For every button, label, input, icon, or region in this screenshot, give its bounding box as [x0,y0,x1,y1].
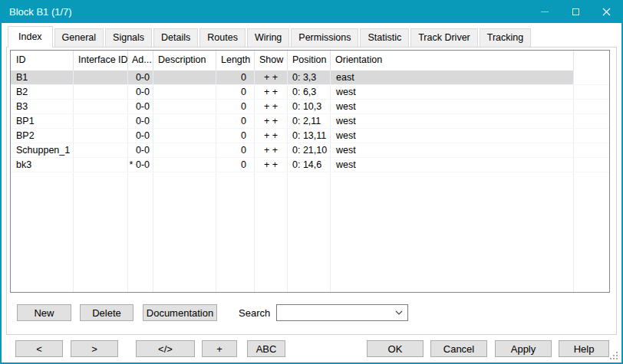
nav-button[interactable]: + [202,340,237,357]
tab[interactable]: Wiring [247,28,289,47]
title-bar[interactable]: Block B1 (1/7) [2,0,621,23]
tab[interactable]: Track Driver [410,28,478,47]
tab[interactable]: Details [153,28,198,47]
cell-description [153,100,216,113]
nav-button[interactable]: ABC [247,340,285,357]
nav-button[interactable]: </> [136,340,195,357]
cell-description [153,71,216,84]
cell-filler [574,143,609,157]
cell-position: 0: 3,3 [288,71,331,84]
table-row[interactable]: BP2 0-0 0 + + 0: 13,11 west [11,129,609,143]
cell-position: 0: 10,3 [288,100,331,113]
cell-id: BP2 [11,129,74,143]
cell-address: 0-0 [128,143,153,157]
table-row[interactable]: B1 0-0 0 + + 0: 3,3 east [11,71,609,85]
search-combobox [276,304,408,321]
cell-interface-id [74,100,128,113]
cell-show: + + [255,129,288,143]
cell-filler [574,85,609,99]
minimize-icon [541,11,549,12]
cell-show: + + [255,85,288,99]
search-input[interactable] [277,306,391,320]
cell-id: B1 [11,71,74,84]
column-header[interactable]: Description [153,51,216,71]
column-header[interactable]: ID [11,51,74,71]
nav-button[interactable]: < [15,340,63,357]
cell-address: 0-0 [128,129,153,143]
column-header[interactable]: Position [288,51,331,71]
cell-length: 0 [216,143,255,157]
cell-address: 0-0 [128,114,153,128]
cell-id: B2 [11,85,74,99]
cell-filler [574,100,609,113]
cell-filler [574,114,609,128]
maximize-icon [572,8,579,15]
tab[interactable]: Index [8,26,53,48]
resize-grip[interactable] [616,358,618,359]
cell-id: BP1 [11,114,74,128]
cell-show: + + [255,100,288,113]
cell-description [153,114,216,128]
cell-id: Schuppen_1 [11,143,74,157]
dialog-button[interactable]: Apply [495,340,552,357]
cell-length: 0 [216,71,255,84]
maximize-button[interactable] [560,0,591,23]
column-header[interactable]: Interface ID [74,51,128,71]
cell-interface-id [74,71,128,84]
cell-interface-id [74,143,128,157]
cell-position: 0: 6,3 [288,85,331,99]
column-header[interactable]: Orientation [331,51,574,71]
cell-address: 0-0 [128,100,153,113]
column-header[interactable]: Show [255,51,288,71]
documentation-button[interactable]: Documentation [143,304,217,321]
cell-position: 0: 2,11 [288,114,331,128]
cell-filler [574,129,609,143]
close-icon [602,8,611,16]
tab[interactable]: Permissions [291,28,358,47]
tab[interactable]: General [54,28,104,47]
cell-orientation: west [331,100,574,113]
window-controls [529,0,621,23]
cell-id: B3 [11,100,74,113]
tab[interactable]: Tracking [480,28,531,47]
cell-description [153,129,216,143]
search-label: Search [239,307,270,319]
column-header[interactable]: Ad... [128,51,153,71]
new-button[interactable]: New [17,304,71,321]
cell-description [153,158,216,172]
cell-interface-id [74,85,128,99]
table-row[interactable]: bk3 * 0-0 0 + + 0: 14,6 west [11,158,609,172]
dialog-button[interactable]: OK [367,340,424,357]
minimize-button[interactable] [529,0,560,23]
cell-length: 0 [216,114,255,128]
cell-orientation: west [331,143,574,157]
tab[interactable]: Statistic [360,28,409,47]
close-button[interactable] [591,0,621,23]
cell-length: 0 [216,85,255,99]
table-row[interactable]: BP1 0-0 0 + + 0: 2,11 west [11,114,609,129]
cell-address: 0-0 [128,85,153,99]
cell-show: + + [255,71,288,84]
table-row[interactable]: B3 0-0 0 + + 0: 10,3 west [11,100,609,114]
cell-filler [574,158,609,172]
dialog-button[interactable]: Cancel [430,340,487,357]
delete-button[interactable]: Delete [80,304,134,321]
nav-button[interactable]: > [71,340,118,357]
table-header-row: ID Interface ID Ad... Description Length… [11,51,609,71]
cell-position: 0: 14,6 [288,158,331,172]
tab[interactable]: Routes [199,28,246,47]
chevron-down-icon [395,310,403,315]
cell-orientation: west [331,158,574,172]
cell-length: 0 [216,129,255,143]
cell-address: 0-0 [128,71,153,84]
table-row[interactable]: B2 0-0 0 + + 0: 6,3 west [11,85,609,100]
cell-interface-id [74,129,128,143]
cell-position: 0: 13,11 [288,129,331,143]
table-row[interactable]: Schuppen_1 0-0 0 + + 0: 21,10 west [11,143,609,158]
column-header[interactable]: Length [216,51,255,71]
search-dropdown-button[interactable] [391,305,407,320]
dialog-button[interactable]: Help [559,340,609,357]
cell-filler [574,71,609,84]
cell-show: + + [255,114,288,128]
tab[interactable]: Signals [105,28,152,47]
